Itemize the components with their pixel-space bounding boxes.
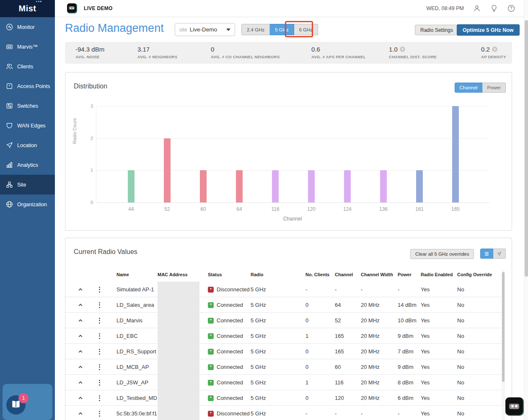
sidebar-item-switches[interactable]: Switches xyxy=(0,96,55,116)
bar-channel-44[interactable] xyxy=(128,170,135,202)
row-menu-icon[interactable] xyxy=(96,411,102,417)
mac-address xyxy=(158,375,208,390)
row-menu-icon[interactable] xyxy=(96,380,102,386)
chevron-up-icon xyxy=(78,333,83,339)
mode-button-channel[interactable]: Channel xyxy=(455,83,483,93)
sidebar-item-clients[interactable]: Clients xyxy=(0,57,55,76)
gridline xyxy=(96,170,489,171)
row-expander[interactable] xyxy=(70,302,91,308)
x-axis-tick: 116 xyxy=(271,206,279,212)
row-menu-icon[interactable] xyxy=(96,349,102,355)
table-scrollbar-thumb[interactable] xyxy=(502,272,505,382)
sidebar-item-wan-edges[interactable]: WAN Edges xyxy=(0,116,55,135)
mode-button-power[interactable]: Power xyxy=(482,83,506,93)
row-expander[interactable] xyxy=(70,287,91,293)
column-header-status[interactable]: Status xyxy=(208,272,251,277)
row-menu-icon[interactable] xyxy=(96,364,102,370)
clear-overrides-button[interactable]: Clear all 5 GHz overrides xyxy=(410,249,474,259)
table-row: LD_Sales_areaConnected5 GHz06420 MHz14 d… xyxy=(65,297,502,313)
bar-channel-116[interactable] xyxy=(272,170,279,202)
row-menu-icon[interactable] xyxy=(96,318,102,324)
row-expander[interactable] xyxy=(70,364,91,370)
bar-channel-64[interactable] xyxy=(236,170,243,202)
table-scrollbar[interactable] xyxy=(502,270,505,420)
stat-value: 0.6 xyxy=(311,46,366,53)
list-view-button[interactable] xyxy=(480,249,493,259)
user-icon[interactable] xyxy=(473,4,481,13)
marvis-robot-icon[interactable] xyxy=(67,3,77,13)
marvis-chat-button[interactable] xyxy=(505,397,524,416)
sidebar-item-analytics[interactable]: Analytics xyxy=(0,155,55,175)
page-scrollbar-thumb[interactable] xyxy=(525,20,528,277)
config-override: No xyxy=(457,364,502,370)
row-menu-icon[interactable] xyxy=(96,287,102,293)
site-selector[interactable]: site Live-Demo xyxy=(175,23,235,36)
channel-width: 20 MHz xyxy=(361,379,398,386)
bar-channel-165[interactable] xyxy=(452,106,459,202)
radio-band: 5 GHz xyxy=(251,410,305,417)
row-menu-icon[interactable] xyxy=(96,333,102,339)
map-view-button[interactable] xyxy=(493,249,506,259)
column-header-radio-enabled[interactable]: Radio Enabled xyxy=(421,272,457,277)
stat-value: 3.17 xyxy=(137,46,177,53)
band-button-2-4-ghz[interactable]: 2.4 GHz xyxy=(241,24,270,35)
sidebar-item-location[interactable]: Location xyxy=(0,135,55,155)
optimize-5ghz-button[interactable]: Optimize 5 GHz Now xyxy=(457,24,520,36)
lightbulb-icon[interactable] xyxy=(490,4,498,13)
org-name: LIVE DEMO xyxy=(84,5,113,11)
distribution-card: Distribution ChannelPower Radio Count 01… xyxy=(65,72,512,231)
row-menu-icon[interactable] xyxy=(96,395,102,401)
sidebar-item-site[interactable]: Site xyxy=(0,175,55,194)
column-header-no-clients[interactable]: No. Clients xyxy=(305,272,335,277)
row-expander[interactable] xyxy=(70,380,91,386)
band-button-5-ghz[interactable]: 5 GHz xyxy=(270,24,294,35)
bar-channel-161[interactable] xyxy=(416,170,423,202)
column-header-channel[interactable]: Channel xyxy=(335,272,361,277)
column-header-name[interactable]: Name xyxy=(107,272,158,277)
mist-logo[interactable]: Mist xyxy=(0,0,55,17)
sidebar-item-label: Access Points xyxy=(17,83,50,89)
disconnected-status-icon xyxy=(208,411,214,417)
row-expander[interactable] xyxy=(70,349,91,355)
page-scrollbar[interactable] xyxy=(524,0,528,420)
notification-badge[interactable]: 1 xyxy=(18,393,28,403)
connected-status-icon xyxy=(208,380,214,386)
status-cell: Connected xyxy=(208,379,251,386)
column-header-radio[interactable]: Radio xyxy=(251,272,305,277)
radio-enabled: Yes xyxy=(421,333,457,339)
bar-channel-124[interactable] xyxy=(344,170,351,202)
column-header-config-override[interactable]: Config Override xyxy=(457,272,502,277)
radio-settings-button[interactable]: Radio Settings xyxy=(415,25,458,35)
column-header-channel-width[interactable]: Channel Width xyxy=(361,272,398,277)
band-button-6-ghz[interactable]: 6 GHz xyxy=(294,24,318,35)
row-expander[interactable] xyxy=(70,333,91,339)
column-header-power[interactable]: Power xyxy=(398,272,421,277)
info-icon[interactable]: ? xyxy=(492,47,497,52)
location-icon xyxy=(5,141,13,149)
sidebar-item-access-points[interactable]: Access Points xyxy=(0,76,55,96)
channel: 60 xyxy=(335,364,361,370)
bar-channel-52[interactable] xyxy=(164,138,171,202)
bar-chart: 012344526064116120124136161165 xyxy=(96,106,489,202)
channel-width: - xyxy=(361,286,398,293)
row-expander[interactable] xyxy=(70,395,91,401)
bar-channel-60[interactable] xyxy=(200,170,207,202)
sidebar-item-marvis[interactable]: Marvis™ xyxy=(0,37,55,57)
row-menu-icon[interactable] xyxy=(96,302,102,308)
row-expander[interactable] xyxy=(70,411,91,417)
row-expander[interactable] xyxy=(70,318,91,324)
power: 8 dBm xyxy=(398,379,421,386)
status-text: Connected xyxy=(217,333,243,339)
help-icon[interactable] xyxy=(507,4,515,13)
power: 7 dBm xyxy=(398,348,421,355)
power: - xyxy=(398,410,421,417)
bar-channel-120[interactable] xyxy=(308,170,315,202)
bar-channel-136[interactable] xyxy=(380,170,387,202)
sidebar-item-organization[interactable]: Organization xyxy=(0,194,55,214)
channel-width: 20 MHz xyxy=(361,333,398,339)
disconnected-status-icon xyxy=(208,287,214,293)
sidebar-item-monitor[interactable]: Monitor xyxy=(0,17,55,37)
info-icon[interactable]: ? xyxy=(400,47,405,52)
column-header-mac-address[interactable]: MAC Address xyxy=(158,272,208,277)
radio-management-page: Mist MonitorMarvis™ClientsAccess PointsS… xyxy=(0,0,528,420)
